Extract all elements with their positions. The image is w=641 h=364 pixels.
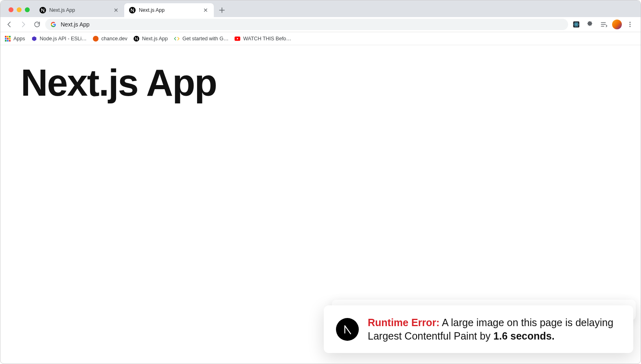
nextjs-icon [133,35,140,42]
window-traffic-lights [4,7,35,12]
chrome-menu-icon[interactable] [624,19,636,30]
page-heading: Next.js App [21,61,620,104]
close-icon[interactable]: ✕ [113,7,119,13]
bookmark-item[interactable]: chance.dev [92,35,127,42]
runtime-error-toast[interactable]: Runtime Error: A large image on this pag… [324,305,633,353]
close-icon[interactable]: ✕ [202,7,209,13]
nextjs-logo-icon [336,318,359,341]
bookmark-item[interactable]: Next.js App [133,35,168,42]
svg-point-8 [630,24,631,25]
bookmark-item[interactable]: Node.js API - ESLi… [31,35,87,42]
bookmark-label: Apps [13,36,25,42]
new-tab-button[interactable] [216,4,228,16]
tab-title: Next.js App [49,7,110,13]
browser-tab-bar: Next.js App ✕ Next.js App ✕ [0,0,641,17]
youtube-icon [234,35,241,42]
browser-tab-inactive[interactable]: Next.js App ✕ [35,3,124,17]
window-close-button[interactable] [9,7,13,12]
browser-toolbar: Next.js App [0,17,641,32]
address-bar[interactable]: Next.js App [45,19,568,30]
code-icon [173,35,180,42]
bookmark-label: Next.js App [142,36,168,42]
tab-title: Next.js App [139,7,199,13]
toast-bold-text: 1.6 seconds. [494,330,555,342]
reading-list-icon[interactable] [598,19,610,30]
chance-dev-icon [92,35,99,42]
react-devtools-icon[interactable] [571,19,582,30]
toast-message: Runtime Error: A large image on this pag… [368,316,621,342]
bookmarks-bar: Apps Node.js API - ESLi… chance.dev Next… [0,32,641,45]
page-content: Next.js App [0,45,641,121]
reload-button[interactable] [31,19,43,30]
browser-tab-active[interactable]: Next.js App ✕ [124,3,214,17]
back-button[interactable] [4,19,15,30]
bookmark-item[interactable]: Get started with G… [173,35,228,42]
bookmark-label: Node.js API - ESLi… [40,36,87,42]
forward-button[interactable] [18,19,29,30]
toolbar-right [571,19,637,30]
nextjs-icon [129,7,136,13]
svg-point-3 [576,24,577,25]
nextjs-icon [40,7,46,13]
error-label: Runtime Error: [368,317,439,328]
svg-point-9 [630,26,631,27]
toast-stack: Runtime Error: A large image on this pag… [324,305,633,353]
window-zoom-button[interactable] [25,7,30,12]
bookmark-label: chance.dev [101,36,127,42]
extensions-icon[interactable] [584,19,596,30]
svg-point-7 [630,22,631,23]
google-icon [50,21,57,28]
apps-shortcut[interactable]: Apps [4,35,25,42]
svg-point-11 [93,36,99,42]
eslint-icon [31,35,37,42]
bookmark-label: WATCH THIS Befo… [243,36,291,42]
window-minimize-button[interactable] [17,7,22,12]
bookmark-label: Get started with G… [182,36,228,42]
profile-avatar[interactable] [612,20,622,29]
address-bar-text: Next.js App [61,21,90,28]
apps-grid-icon [4,35,11,42]
svg-marker-10 [32,36,36,41]
bookmark-item[interactable]: WATCH THIS Befo… [234,35,291,42]
